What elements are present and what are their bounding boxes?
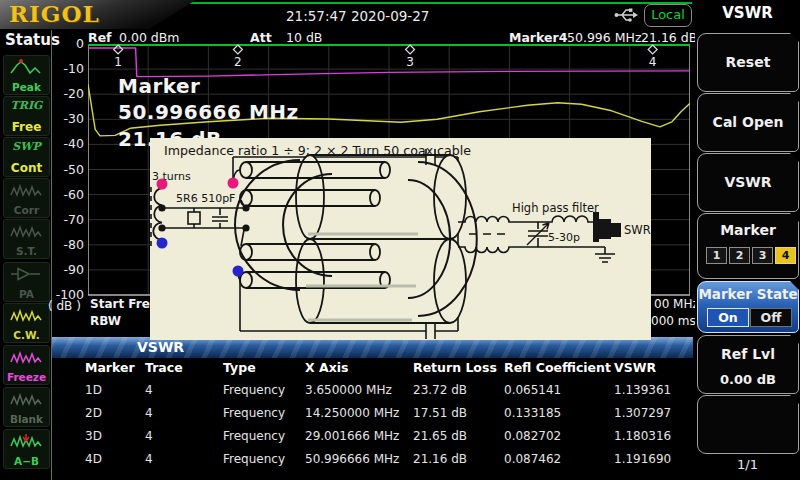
analyzer-screen: RIGOL 21:57:47 2020-09-27 Local Status P… (0, 0, 800, 480)
y-tick--10: -10 (46, 61, 84, 76)
marker-state-on[interactable]: On (707, 308, 749, 327)
marker-number-button-2[interactable]: 2 (729, 247, 750, 264)
ref-label: Ref (88, 30, 112, 45)
marker-number-label: 1 (114, 55, 122, 69)
reset-button[interactable]: Reset (697, 33, 799, 92)
table-cell-r4c6: 0.087462 (504, 452, 561, 466)
blue-terminal-dot-2 (233, 266, 244, 277)
table-cell-r3c2: 4 (145, 429, 153, 443)
turns-label: 3 turns (152, 170, 191, 183)
rc-network (162, 208, 246, 228)
marker-readout-freq: 50.996666 MHz (118, 100, 299, 124)
status-item-label: Cont (4, 161, 49, 175)
swr-connector (593, 212, 621, 242)
table-cell-r1c7: 1.139361 (614, 383, 671, 397)
marker-state-button[interactable]: Marker State On Off (697, 281, 799, 333)
marker-diamond-2[interactable] (233, 45, 242, 54)
table-cell-r3c1: 3D (85, 429, 102, 443)
marker-number-label: 3 (406, 55, 414, 69)
local-button[interactable]: Local (644, 4, 692, 27)
table-header-trace: Trace (145, 360, 183, 375)
y-tick--70: -70 (46, 212, 84, 227)
table-cell-r2c4: 14.250000 MHz (305, 406, 399, 420)
y-tick--80: -80 (46, 237, 84, 252)
pa-waveform-icon (9, 266, 43, 282)
vswr-button[interactable]: VSWR (697, 153, 799, 212)
marker-number-button-1[interactable]: 1 (706, 247, 727, 264)
marker-diamond-4[interactable] (648, 45, 657, 54)
table-header-x-axis: X Axis (305, 360, 348, 375)
table-cell-r1c5: 23.72 dB (413, 383, 467, 397)
ref-value: 0.00 dBm (119, 30, 180, 45)
local-label: Local (651, 7, 685, 22)
rigol-logo: RIGOL (9, 0, 100, 27)
table-cell-r4c5: 21.16 dB (413, 452, 467, 466)
status-item-free: TRIGFree (3, 96, 50, 136)
cal-open-button[interactable]: Cal Open (697, 93, 799, 152)
high-pass-filter (458, 212, 621, 262)
table-cell-r3c3: Frequency (223, 429, 285, 443)
softkey-menu: VSWR Reset Cal Open VSWR Marker 1234 Mar… (695, 0, 800, 480)
table-cell-r2c7: 1.307297 (614, 406, 671, 420)
table-cell-r4c3: Frequency (223, 452, 285, 466)
table-cell-r4c4: 50.996666 MHz (305, 452, 399, 466)
ref-lvl-button[interactable]: Ref Lvl 0.00 dB (697, 335, 799, 394)
status-item-label: Free (4, 120, 49, 134)
cal-open-button-label: Cal Open (698, 114, 798, 130)
status-item-corr: Corr (3, 178, 50, 218)
marker4-freq: 50.996 MHz (567, 30, 641, 45)
table-cell-r1c3: Frequency (223, 383, 285, 397)
y-tick--90: -90 (46, 262, 84, 277)
peak-waveform-icon (9, 59, 43, 75)
marker-state-label: Marker State (698, 286, 798, 302)
y-unit-label: ( dB ) (48, 299, 81, 313)
sweep-time-remnant: 000 ms (651, 314, 696, 328)
marker-number-button-3[interactable]: 3 (752, 247, 773, 264)
start-freq-label: Start Freq (90, 297, 158, 311)
ref-lvl-value: 0.00 dB (698, 372, 798, 387)
table-cell-r4c7: 1.191690 (614, 452, 671, 466)
y-axis-ticks: 0-10-20-30-40-50-60-70-80-90-100 (46, 44, 84, 296)
status-item-label: Blank (4, 413, 49, 425)
marker-select-label: Marker (698, 222, 798, 238)
pink-terminal-dot-2 (228, 178, 239, 189)
att-label: Att (250, 30, 272, 45)
table-header-return-loss: Return Loss (413, 360, 497, 375)
marker-select-button[interactable]: Marker 1234 (697, 213, 799, 279)
clock: 21:57:47 2020-09-27 (286, 8, 429, 24)
status-item-label: Freeze (4, 371, 49, 383)
table-cell-r2c2: 4 (145, 406, 153, 420)
marker-diamond-1[interactable] (114, 45, 123, 54)
empty-softkey-button[interactable] (697, 395, 799, 454)
table-cell-r1c2: 4 (145, 383, 153, 397)
status-item-cont: SWPCont (3, 137, 50, 177)
table-cell-r3c6: 0.082702 (504, 429, 561, 443)
reset-button-label: Reset (698, 54, 798, 70)
table-cell-r1c1: 1D (85, 383, 102, 397)
marker-diamond-3[interactable] (406, 45, 415, 54)
page-indicator: 1/1 (695, 457, 800, 472)
status-item-peak: Peak (3, 55, 50, 95)
vswr-banner-title: VSWR (137, 339, 184, 355)
marker-number-button-4[interactable]: 4 (775, 247, 796, 264)
marker-state-off[interactable]: Off (750, 308, 792, 327)
hpf-label: High pass filter (512, 201, 599, 215)
s-t--waveform-icon (9, 223, 43, 239)
menu-title: VSWR (695, 4, 800, 22)
table-header-vswr: VSWR (614, 360, 656, 375)
status-tag-swp: SWP (4, 140, 49, 153)
stop-freq-remnant: 00 MHz (654, 297, 699, 311)
y-tick--50: -50 (46, 162, 84, 177)
status-item-label: C.W. (4, 329, 49, 341)
status-item-c-w-: C.W. (3, 303, 50, 343)
circuit-overlay-image: Impedance ratio 1 ÷ 9; 2 × 2 Turn 50 coa… (150, 138, 651, 340)
status-item-s-t-: S.T. (3, 219, 50, 259)
coax-transformer (228, 155, 477, 323)
table-cell-r3c5: 21.65 dB (413, 429, 467, 443)
table-cell-r2c1: 2D (85, 406, 102, 420)
att-value: 10 dB (286, 30, 322, 45)
table-header-marker: Marker (85, 360, 135, 375)
rc-label: 5R6 510pF (176, 192, 235, 205)
blue-terminal-dot (157, 238, 168, 249)
y-tick--40: -40 (46, 136, 84, 151)
